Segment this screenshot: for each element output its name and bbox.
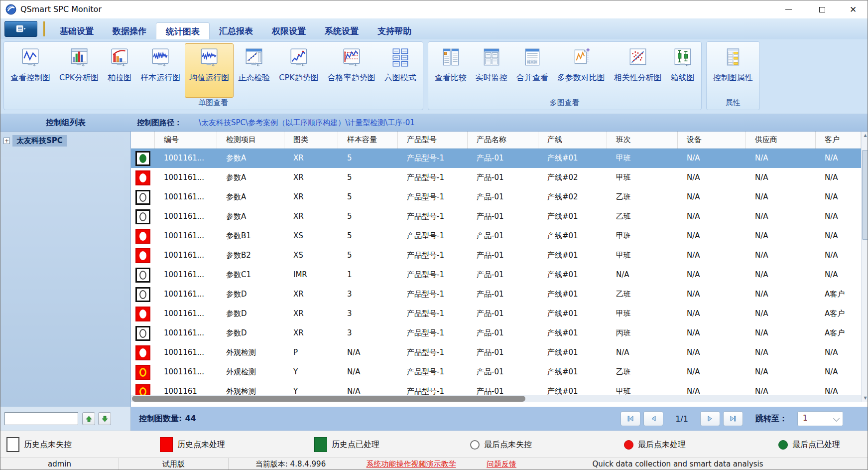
ribbon-item-sample-run[interactable]: 样本运行图 — [136, 43, 185, 98]
table-cell: 产品-01 — [468, 323, 538, 343]
jump-page-select[interactable]: 1 — [797, 411, 843, 426]
ribbon-item-multi-param[interactable]: 多参数对比图 — [553, 43, 610, 98]
table-header-cell[interactable]: 产线 — [538, 132, 607, 149]
table-cell: 参数A — [217, 149, 284, 168]
ribbon-item-control-chart[interactable]: 查看控制图 — [6, 43, 55, 98]
boxplot-icon — [672, 47, 693, 70]
table-cell: 产品型号-1 — [398, 362, 468, 382]
minimize-button[interactable] — [777, 0, 800, 18]
ribbon-item-label: CPK分析图 — [59, 73, 99, 83]
menu-tab-5[interactable]: 系统设置 — [315, 22, 368, 39]
move-up-button[interactable] — [82, 412, 95, 425]
table-cell: 参数D — [217, 285, 284, 304]
vertical-scrollbar-thumb[interactable] — [862, 150, 868, 240]
first-page-button[interactable] — [620, 411, 640, 426]
table-cell: 参数D — [217, 323, 284, 343]
table-row[interactable]: 1001161...参数AXR5产品型号-1产品-01产线#01乙班N/AN/A… — [131, 207, 861, 226]
ribbon-item-pass-rate-trend[interactable]: 合格率趋势图 — [323, 43, 380, 98]
table-header-cell[interactable]: 图类 — [284, 132, 338, 149]
table-cell: 产品-01 — [468, 343, 538, 362]
cpk-analysis-icon — [69, 47, 90, 70]
multi-param-icon — [571, 47, 592, 70]
menu-tab-6[interactable]: 支持帮助 — [368, 22, 421, 39]
table-row[interactable]: 1001161...外观检测PN/A产品型号-1产品-01产线#01N/AN/A… — [131, 343, 861, 362]
table-cell: N/A — [338, 362, 398, 382]
move-down-button[interactable] — [98, 412, 111, 425]
table-row[interactable]: 1001161...外观检测YN/A产品型号-1产品-01产线#01乙班N/AN… — [131, 362, 861, 382]
maximize-button[interactable] — [811, 0, 834, 18]
table-row[interactable]: 1001161...参数AXR5产品型号-1产品-01产线#01甲班N/AN/A… — [131, 149, 861, 168]
vertical-scrollbar[interactable]: ▲ ▼ — [861, 132, 868, 402]
app-menu-button[interactable] — [4, 21, 37, 37]
scroll-down-arrow-icon[interactable]: ▼ — [862, 394, 868, 402]
table-row[interactable]: 1001161...参数C1IMR1产品型号-1产品-01产线#01N/AN/A… — [131, 265, 861, 285]
table-row[interactable]: 1001161...参数B1XS5产品型号-1产品-01产线#01甲班N/AN/… — [131, 226, 861, 246]
ribbon-item-cpk-trend[interactable]: CPK趋势图 — [274, 43, 323, 98]
table-cell: N/A — [816, 246, 861, 265]
horizontal-scrollbar-thumb[interactable] — [132, 396, 525, 402]
table-cell: 1001161... — [155, 304, 217, 323]
scroll-up-arrow-icon[interactable]: ▲ — [862, 132, 868, 140]
menu-tab-3[interactable]: 汇总报表 — [210, 22, 262, 39]
table-header-cell[interactable]: 产品名称 — [468, 132, 538, 149]
previous-page-button[interactable] — [643, 411, 663, 426]
table-cell: 甲班 — [607, 149, 678, 168]
table-cell: A客户 — [816, 323, 861, 343]
table-header-cell[interactable]: 客户 — [816, 132, 861, 149]
status-dot-outline — [139, 329, 146, 338]
table-row[interactable]: 1001161...参数AXR5产品型号-1产品-01产线#02甲班N/AN/A… — [131, 168, 861, 187]
ribbon-item-mean-run[interactable]: 均值运行图 — [185, 43, 234, 98]
table-header-cell[interactable]: 班次 — [607, 132, 678, 149]
control-group-filter-input[interactable] — [4, 412, 78, 425]
tree-node-label[interactable]: 太友科技SPC — [12, 135, 67, 147]
ribbon-item-chart-properties[interactable]: 控制图属性 — [709, 43, 757, 98]
statusbar-link[interactable]: 系统功能操作视频演示教学 — [353, 458, 470, 470]
menu-tab-1[interactable]: 数据操作 — [103, 22, 156, 39]
statusbar-link[interactable]: 问题反馈 — [474, 458, 529, 470]
table-cell: 1001161... — [155, 343, 217, 362]
table-row[interactable]: 1001161...参数DXR3产品型号-1产品-01产线#01丙班N/AN/A… — [131, 323, 861, 343]
table-cell: 产品型号-1 — [398, 168, 468, 187]
last-page-button[interactable] — [723, 411, 743, 426]
table-cell: 产品型号-1 — [398, 149, 468, 168]
table-header-cell[interactable]: 样本容量 — [338, 132, 398, 149]
table-cell: N/A — [607, 343, 678, 362]
table-row[interactable]: 1001161...参数DXR3产品型号-1产品-01产线#01甲班N/AN/A… — [131, 304, 861, 323]
table-cell: N/A — [816, 343, 861, 362]
table-cell: 产品-01 — [468, 285, 538, 304]
menu-tab-4[interactable]: 权限设置 — [262, 22, 315, 39]
ribbon-item-normal-test[interactable]: 正态检验 — [234, 43, 274, 98]
tree-expand-toggle[interactable]: + — [3, 138, 10, 144]
cpk-trend-icon — [288, 47, 309, 70]
table-cell: 5 — [338, 149, 398, 168]
ribbon-item-merged-view[interactable]: 合并查看 — [512, 43, 553, 98]
status-icon — [135, 209, 150, 224]
tree-node-root[interactable]: + 太友科技SPC — [3, 135, 67, 147]
table-row[interactable]: 1001161...参数AXR5产品型号-1产品-01产线#02乙班N/AN/A… — [131, 187, 861, 207]
status-cell — [131, 226, 155, 246]
table-header-cell[interactable]: 检测项目 — [217, 132, 284, 149]
path-bar: 控制组列表 控制图路径： \太友科技SPC\参考案例（以工序顺序构建）\计量型检… — [0, 113, 868, 132]
ribbon-item-cpk-analysis[interactable]: CPK分析图 — [55, 43, 103, 98]
ribbon-item-realtime-monitor[interactable]: 实时监控 — [471, 43, 512, 98]
horizontal-scrollbar[interactable] — [131, 395, 861, 402]
next-page-button[interactable] — [700, 411, 720, 426]
merged-view-icon — [522, 47, 543, 70]
ribbon-item-pareto[interactable]: 柏拉图 — [103, 43, 136, 98]
menu-tab-0[interactable]: 基础设置 — [50, 22, 103, 39]
ribbon-item-six-chart[interactable]: 六图模式 — [380, 43, 421, 98]
close-button[interactable]: ✕ — [842, 0, 865, 18]
table-row[interactable]: 1001161...参数B2XS5产品型号-1产品-01产线#01甲班N/AN/… — [131, 246, 861, 265]
table-cell: XR — [284, 149, 338, 168]
table-header-cell[interactable]: 产品型号 — [398, 132, 468, 149]
table-header-cell[interactable]: 设备 — [678, 132, 746, 149]
table-row[interactable]: 1001161...参数DXR3产品型号-1产品-01产线#01乙班N/AN/A… — [131, 285, 861, 304]
table-header-cell[interactable]: 编号 — [155, 132, 217, 149]
table-header-cell[interactable]: 供应商 — [746, 132, 816, 149]
menu-tab-2[interactable]: 统计图表 — [156, 22, 210, 39]
arrow-up-icon — [86, 416, 92, 422]
ribbon-item-correlation[interactable]: 相关性分析图 — [610, 43, 666, 98]
table-row[interactable]: 1001161外观检测YN/A产品型号-1产品-01产线#01甲班N/AN/AN… — [131, 382, 861, 395]
ribbon-item-compare[interactable]: 查看比较 — [430, 43, 471, 98]
ribbon-item-boxplot[interactable]: 箱线图 — [666, 43, 699, 98]
